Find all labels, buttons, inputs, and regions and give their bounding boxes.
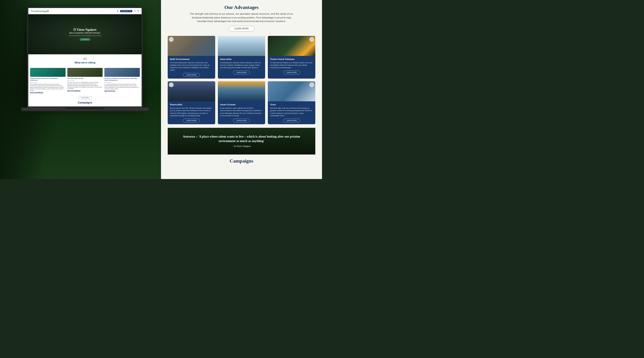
hero-subtitle: RECLOAKING PAPATŪĀNUKU — [69, 32, 101, 34]
adv-image-innovation — [218, 36, 265, 56]
support-button[interactable]: SUPPORT US — [120, 10, 132, 12]
advantages-learn-more-button[interactable]: LEARN MORE — [228, 26, 254, 31]
read-submission-link-2[interactable]: READ THE SUBMISSION — [67, 90, 103, 91]
adv-learn-btn-built[interactable]: LEARN MORE — [183, 73, 200, 77]
adv-title-nature: Nature-based Solutions — [270, 58, 313, 60]
read-article-link-3[interactable]: READ THE ARTICLE — [104, 90, 140, 92]
adv-card-renewables: Renewables Recent advice from the Climat… — [168, 81, 215, 124]
article-date-2: May 14, 2024 — [67, 80, 103, 81]
article-title-2: Fast Track Approvals Bill — [67, 78, 103, 79]
hero-section: Ō Tātou Ngahere RECLOAKING PAPATŪĀNUKU R… — [28, 14, 142, 54]
nav-icons: 🎙 SUPPORT US 🔍 ☰ — [117, 10, 139, 12]
adv-desc-nature: To fully harness nature as a climate sol… — [270, 61, 313, 69]
logo-part2: Advantage — [36, 10, 47, 12]
article-title-3: An obscure climate accounting decision w… — [104, 78, 140, 81]
adv-learn-btn-innovation[interactable]: LEARN MORE — [233, 71, 250, 74]
adv-desc-innovation: Unleashing the Iotearoa means finding ou… — [220, 61, 263, 69]
adv-card-nature: Nature-based Solutions To fully harness … — [268, 36, 315, 79]
article-body-3: In a London meeting room recently, the I… — [104, 83, 140, 90]
adv-image-renewables — [168, 81, 215, 101]
main-container: PureAdvantage® 🎙 SUPPORT US 🔍 ☰ Ō Tātou … — [0, 0, 322, 179]
adv-card-trust: Trust Nurtured right, trust can continue… — [268, 81, 315, 124]
quote-text: Aotearoa – 'A place where talent wants t… — [180, 135, 303, 148]
article-body-2: Let's call it 'Fast Track': an understan… — [67, 82, 103, 89]
adv-image-smart — [218, 81, 265, 101]
adv-title-renewables: Renewables — [170, 103, 213, 106]
adv-title-trust: Trust — [270, 103, 313, 106]
adv-learn-btn-nature[interactable]: LEARN MORE — [283, 71, 300, 74]
adv-title-innovation: Innovation — [220, 58, 263, 60]
adv-card-body-smart: Smart Systems Smart systems make optimal… — [218, 101, 265, 124]
article-card-1: Climate Change Commission Consultations … — [30, 68, 66, 93]
avatar-built — [169, 37, 174, 42]
articles-section: Climate Change Commission Consultations … — [28, 66, 142, 95]
advantages-title: Our Advantages — [168, 4, 315, 10]
laptop-base — [21, 108, 149, 111]
bottom-campaigns-title: Campaigns — [174, 158, 308, 164]
article-card-3: An obscure climate accounting decision w… — [104, 68, 140, 93]
read-submission-link-1[interactable]: READ THE SUBMISSION — [30, 92, 66, 93]
adv-title-smart: Smart Systems — [220, 103, 263, 106]
search-icon[interactable]: 🔍 — [134, 10, 136, 12]
podcast-icon: 🎙 — [117, 10, 119, 12]
hero-learn-more-button[interactable]: Learn More — [80, 38, 90, 41]
article-card-2: Fast Track Approvals Bill May 14, 2024 L… — [67, 68, 103, 93]
book-icon: 📖 — [30, 57, 139, 60]
adv-card-body-built: Built Environment The built environment,… — [168, 56, 215, 79]
site-logo: PureAdvantage® — [31, 10, 49, 12]
adv-card-built-environment: Built Environment The built environment,… — [168, 36, 215, 79]
laptop-mockup: PureAdvantage® 🎙 SUPPORT US 🔍 ☰ Ō Tātou … — [27, 7, 143, 111]
quote-attribution: – Sir Paul Callaghan — [180, 145, 303, 148]
avatar-trust — [310, 83, 314, 87]
bottom-campaigns-section: Campaigns — [168, 155, 315, 166]
avatar-renewables — [169, 83, 174, 87]
hero-title: Ō Tātou Ngahere — [69, 28, 101, 32]
article-body-1: Pure Advantage recently submitted on the… — [30, 83, 66, 91]
adv-learn-btn-trust[interactable]: LEARN MORE — [283, 119, 300, 122]
adv-image-nature — [268, 36, 315, 56]
hero-text: Ō Tātou Ngahere RECLOAKING PAPATŪĀNUKU R… — [69, 28, 101, 41]
adv-image-trust — [268, 81, 315, 101]
adv-card-body-renewables: Renewables Recent advice from the Climat… — [168, 101, 215, 124]
article-image-1 — [30, 68, 66, 77]
adv-title-built: Built Environment — [170, 58, 213, 60]
advantages-description: The strength and richness of our science… — [188, 12, 295, 23]
adv-desc-trust: Nurtured right, trust can continue to be… — [270, 107, 313, 117]
adv-card-body-innovation: Innovation Unleashing the Iotearoa means… — [218, 56, 265, 76]
left-panel: PureAdvantage® 🎙 SUPPORT US 🔍 ☰ Ō Tātou … — [0, 0, 161, 179]
quote-content: Aotearoa – 'A place where talent wants t… — [183, 135, 300, 143]
quote-section: Aotearoa – 'A place where talent wants t… — [168, 128, 315, 155]
campaigns-title: Campaigns — [28, 101, 142, 104]
right-panel: Our Advantages The strength and richness… — [161, 0, 322, 179]
adv-desc-smart: Smart systems make optimal use of all th… — [220, 107, 263, 117]
laptop-screen: PureAdvantage® 🎙 SUPPORT US 🔍 ☰ Ō Tātou … — [27, 7, 143, 108]
article-image-2 — [67, 68, 103, 77]
adv-desc-built: The built environment, and the construct… — [170, 61, 213, 71]
adv-card-innovation: Innovation Unleashing the Iotearoa means… — [218, 36, 265, 79]
article-image-3 — [104, 68, 140, 77]
adv-card-body-nature: Nature-based Solutions To fully harness … — [268, 56, 315, 76]
adv-learn-btn-renewables[interactable]: LEARN MORE — [183, 119, 200, 122]
vibing-title: What we're vibing — [30, 61, 139, 64]
avatar-nature — [310, 37, 314, 42]
menu-icon[interactable]: ☰ — [137, 10, 139, 12]
article-date-1: June 14, 2024 — [30, 82, 66, 83]
adv-learn-btn-smart[interactable]: LEARN MORE — [233, 119, 250, 122]
logo-part1: Pure — [31, 10, 36, 12]
campaigns-section: Campaigns — [28, 101, 142, 106]
adv-desc-renewables: Recent advice from the Climate Change Co… — [170, 107, 213, 117]
article-date-3: May 09, 2024 — [104, 82, 140, 83]
hero-body: Restoring climate and ecological resilie… — [69, 35, 101, 36]
adv-card-body-trust: Trust Nurtured right, trust can continue… — [268, 101, 315, 124]
adv-card-smart-systems: Smart Systems Smart systems make optimal… — [218, 81, 265, 124]
view-more-button[interactable]: VIEW MORE — [78, 96, 92, 99]
advantages-grid: Built Environment The built environment,… — [168, 36, 315, 125]
site-nav: PureAdvantage® 🎙 SUPPORT US 🔍 ☰ — [28, 8, 142, 14]
adv-image-built — [168, 36, 215, 56]
article-title-1: Climate Change Commission Consultations … — [30, 78, 66, 81]
vibing-section: 📖 What we're vibing — [28, 54, 142, 66]
